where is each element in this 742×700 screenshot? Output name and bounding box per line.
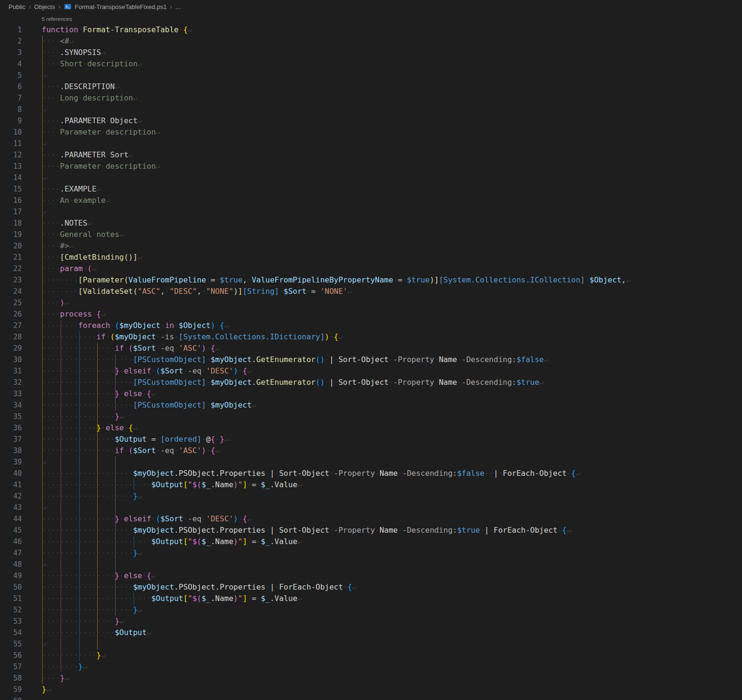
code-line[interactable]: 58····}↵: [0, 673, 742, 684]
line-number[interactable]: 20: [0, 240, 29, 252]
line-number[interactable]: 10: [0, 127, 29, 138]
line-number[interactable]: 46: [0, 536, 29, 547]
code-line[interactable]: 5↵: [0, 70, 742, 81]
code-line[interactable]: 57········}↵: [0, 661, 742, 673]
line-number[interactable]: 27: [0, 320, 29, 331]
line-number[interactable]: 51: [0, 593, 29, 604]
line-number[interactable]: 39: [0, 456, 29, 468]
line-number[interactable]: 16: [0, 195, 29, 206]
line-number[interactable]: 34: [0, 400, 29, 411]
line-number[interactable]: 60: [0, 695, 29, 700]
code-line[interactable]: 20····#>↵: [0, 240, 742, 252]
code-line[interactable]: 46························$Output["$($_.…: [0, 536, 742, 547]
line-number[interactable]: 24: [0, 286, 29, 297]
code-line[interactable]: 22····param·(↵: [0, 263, 742, 274]
line-number[interactable]: 36: [0, 422, 29, 434]
code-line[interactable]: 18····.NOTES↵: [0, 218, 742, 229]
code-line[interactable]: 51························$Output["$($_.…: [0, 593, 742, 604]
code-line[interactable]: 23········[Parameter(ValueFromPipeline·=…: [0, 274, 742, 286]
code-line[interactable]: 29················if·($Sort·-eq·'ASC')·{…: [0, 343, 742, 354]
line-number[interactable]: 42: [0, 491, 29, 502]
line-number[interactable]: 17: [0, 206, 29, 218]
line-number[interactable]: 19: [0, 229, 29, 240]
line-number[interactable]: 43: [0, 502, 29, 513]
line-number[interactable]: 11: [0, 138, 29, 149]
line-number[interactable]: 48: [0, 559, 29, 570]
code-line[interactable]: 17↵: [0, 206, 742, 218]
breadcrumb-overflow[interactable]: ...: [175, 3, 181, 10]
code-line[interactable]: 54················$Output↵: [0, 627, 742, 638]
code-line[interactable]: 13····Parameter·description↵: [0, 161, 742, 172]
line-number[interactable]: 38: [0, 445, 29, 456]
line-number[interactable]: 55: [0, 638, 29, 650]
line-number[interactable]: 12: [0, 149, 29, 161]
line-number[interactable]: 14: [0, 172, 29, 183]
line-number[interactable]: 37: [0, 434, 29, 445]
code-line[interactable]: 16····An·example↵: [0, 195, 742, 206]
code-line[interactable]: 33················}·else·{↵: [0, 388, 742, 400]
code-line[interactable]: 35················}↵: [0, 411, 742, 422]
code-line[interactable]: 21····[CmdletBinding()]↵: [0, 252, 742, 263]
line-number[interactable]: 2: [0, 36, 29, 47]
line-number[interactable]: 9: [0, 115, 29, 127]
line-number[interactable]: 47: [0, 547, 29, 559]
code-line[interactable]: 28············if·($myObject·-is·[System.…: [0, 331, 742, 343]
line-number[interactable]: 4: [0, 58, 29, 70]
code-line[interactable]: 34····················[PSCustomObject]·$…: [0, 400, 742, 411]
line-number[interactable]: 35: [0, 411, 29, 422]
breadcrumb-item-public[interactable]: Public: [9, 3, 25, 10]
line-number[interactable]: 6: [0, 81, 29, 92]
code-line[interactable]: 42····················}↵: [0, 491, 742, 502]
code-line[interactable]: 15····.EXAMPLE↵: [0, 183, 742, 195]
code-line[interactable]: 50····················$myObject.PSObject…: [0, 582, 742, 593]
code-line[interactable]: 40····················$myObject.PSObject…: [0, 468, 742, 479]
code-line[interactable]: 39↵: [0, 456, 742, 468]
code-line[interactable]: 30····················[PSCustomObject]·$…: [0, 354, 742, 365]
code-line[interactable]: 60↵: [0, 695, 742, 700]
line-number[interactable]: 5: [0, 70, 29, 81]
code-line[interactable]: 3····.SYNOPSIS↵: [0, 47, 742, 58]
line-number[interactable]: 7: [0, 92, 29, 104]
line-number[interactable]: 1: [0, 24, 29, 36]
line-number[interactable]: 57: [0, 661, 29, 673]
code-line[interactable]: 14↵: [0, 172, 742, 183]
code-line[interactable]: 38················if·($Sort·-eq·'ASC')·{…: [0, 445, 742, 456]
code-line[interactable]: 6····.DESCRIPTION↵: [0, 81, 742, 92]
line-number[interactable]: 21: [0, 252, 29, 263]
code-line[interactable]: 56············}↵: [0, 650, 742, 661]
code-line[interactable]: 41························$Output["$($_.…: [0, 479, 742, 491]
codelens-references-link[interactable]: 5 references: [42, 16, 72, 22]
line-number[interactable]: 32: [0, 377, 29, 388]
code-line[interactable]: 44················}·elseif·($Sort·-eq·'D…: [0, 513, 742, 525]
line-number[interactable]: 59: [0, 684, 29, 695]
line-number[interactable]: 41: [0, 479, 29, 491]
code-line[interactable]: 24········[ValidateSet("ASC",·"DESC",·"N…: [0, 286, 742, 297]
line-number[interactable]: 53: [0, 616, 29, 627]
line-number[interactable]: 56: [0, 650, 29, 661]
line-number[interactable]: 45: [0, 525, 29, 536]
line-number[interactable]: 52: [0, 604, 29, 616]
code-line[interactable]: 47····················}↵: [0, 547, 742, 559]
code-line[interactable]: 43↵: [0, 502, 742, 513]
breadcrumb-item-objects[interactable]: Objects: [34, 3, 55, 10]
code-line[interactable]: 4····Short·description↵: [0, 58, 742, 70]
line-number[interactable]: 28: [0, 331, 29, 343]
code-line[interactable]: 19····General·notes↵: [0, 229, 742, 240]
code-line[interactable]: 9····.PARAMETER·Object↵: [0, 115, 742, 127]
code-line[interactable]: 11↵: [0, 138, 742, 149]
code-line[interactable]: 59}↵: [0, 684, 742, 695]
breadcrumb-item-file[interactable]: Format-TransposeTableFixed.ps1: [75, 3, 167, 10]
line-number[interactable]: 13: [0, 161, 29, 172]
code-line[interactable]: 27········foreach·($myObject·in·$Object)…: [0, 320, 742, 331]
line-number[interactable]: 22: [0, 263, 29, 274]
line-number[interactable]: 18: [0, 218, 29, 229]
line-number[interactable]: 3: [0, 47, 29, 58]
code-line[interactable]: 53················}↵: [0, 616, 742, 627]
code-line[interactable]: 36············}·else·{↵: [0, 422, 742, 434]
code-line[interactable]: 26····process·{↵: [0, 309, 742, 320]
code-line[interactable]: 10····Parameter·description↵: [0, 127, 742, 138]
line-number[interactable]: 26: [0, 309, 29, 320]
line-number[interactable]: 40: [0, 468, 29, 479]
line-number[interactable]: 8: [0, 104, 29, 115]
code-line[interactable]: 48↵: [0, 559, 742, 570]
